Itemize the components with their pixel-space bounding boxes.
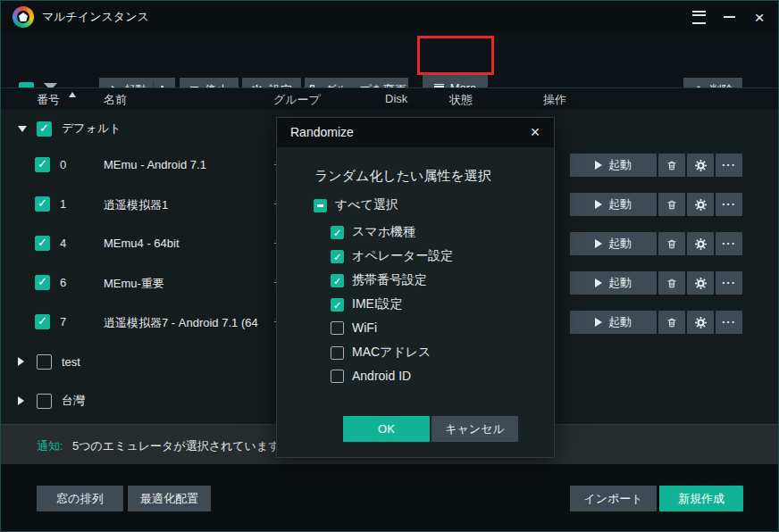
- row-start-button[interactable]: 起動: [570, 311, 657, 334]
- column-group[interactable]: グループ: [273, 92, 321, 108]
- window-menu-button[interactable]: [687, 5, 710, 29]
- row-more-button[interactable]: ···: [716, 232, 742, 255]
- row-delete-button[interactable]: [658, 271, 685, 295]
- group-taiwan-label: 台灣: [62, 393, 85, 409]
- select-all-option: すべて選択: [314, 197, 398, 213]
- row-checkbox[interactable]: [35, 196, 50, 212]
- row-settings-button[interactable]: [687, 193, 714, 216]
- notification-prefix: 通知:: [37, 438, 63, 454]
- row-checkbox[interactable]: [35, 157, 50, 172]
- option-mac-address: MACアドレス: [331, 345, 431, 361]
- row-start-label: 起動: [608, 314, 632, 330]
- row-start-button[interactable]: 起動: [570, 193, 657, 216]
- row-name: MEmu4 - 64bit: [104, 237, 180, 250]
- dialog-heading: ランダム化したい属性を選択: [314, 168, 491, 185]
- row-more-button[interactable]: ···: [716, 154, 742, 177]
- row-checkbox[interactable]: [35, 314, 50, 329]
- collapse-expander-icon[interactable]: [18, 126, 27, 132]
- play-icon: [595, 278, 602, 287]
- row-settings-button[interactable]: [687, 232, 714, 255]
- option-checkbox[interactable]: [331, 250, 344, 263]
- expand-expander-icon[interactable]: [18, 357, 24, 366]
- cancel-button[interactable]: キャンセル: [431, 416, 518, 442]
- row-more-button[interactable]: ···: [716, 193, 742, 216]
- close-icon: ×: [531, 123, 540, 142]
- row-delete-button[interactable]: [658, 311, 685, 334]
- row-checkbox[interactable]: [35, 275, 50, 290]
- row-settings-button[interactable]: [687, 271, 714, 295]
- close-button[interactable]: ×: [748, 5, 771, 29]
- group-test-checkbox[interactable]: [37, 354, 52, 370]
- optimize-layout-button[interactable]: 最適化配置: [128, 486, 211, 511]
- row-settings-button[interactable]: [687, 311, 714, 334]
- app-logo-icon: [13, 6, 34, 28]
- row-start-button[interactable]: 起動: [570, 271, 657, 295]
- option-checkbox[interactable]: [331, 298, 344, 312]
- option-checkbox[interactable]: [331, 226, 344, 239]
- trash-icon: [666, 278, 677, 289]
- expand-expander-icon[interactable]: [18, 396, 24, 405]
- option-checkbox[interactable]: [331, 370, 344, 383]
- hamburger-menu-icon: [692, 11, 706, 24]
- column-disk[interactable]: Disk: [385, 92, 407, 105]
- option-checkbox[interactable]: [331, 274, 344, 287]
- ellipsis-icon: ···: [722, 278, 736, 287]
- title-bar: マルチインスタンス ×: [1, 1, 778, 33]
- select-all-checkbox[interactable]: [314, 199, 327, 212]
- row-name: 逍遥模拟器7 - Android 7.1 (64: [104, 315, 258, 331]
- gear-icon: [695, 278, 707, 289]
- sort-ascending-icon[interactable]: [69, 92, 76, 97]
- table-header: 番号 名前 グループ Disk 状態 操作: [1, 87, 778, 112]
- ellipsis-icon: ···: [722, 239, 736, 248]
- row-number: 7: [60, 315, 66, 328]
- option-label: WiFi: [352, 320, 377, 335]
- import-button[interactable]: インポート: [570, 486, 657, 511]
- row-delete-button[interactable]: [658, 193, 685, 216]
- group-default-checkbox[interactable]: [37, 121, 52, 137]
- toolbar: 起動 停止 設定 グループを変更 More 削除: [1, 33, 778, 87]
- group-taiwan-checkbox[interactable]: [37, 394, 52, 409]
- row-actions: 起動 ···: [570, 232, 742, 255]
- row-settings-button[interactable]: [687, 154, 714, 177]
- ok-button[interactable]: OK: [343, 416, 430, 442]
- trash-icon: [666, 199, 677, 211]
- option-label: オペレーター設定: [352, 248, 453, 264]
- option-label: 携帯番号設定: [352, 272, 427, 288]
- row-delete-button[interactable]: [658, 154, 685, 177]
- option-imei: IMEI設定: [331, 296, 403, 312]
- randomize-dialog: Randomize × ランダム化したい属性を選択 すべて選択 スマホ機種 オペ…: [276, 117, 555, 458]
- close-icon: ×: [754, 9, 764, 26]
- play-icon: [595, 239, 602, 248]
- row-more-button[interactable]: ···: [716, 271, 742, 295]
- play-icon: [595, 318, 602, 327]
- option-checkbox[interactable]: [331, 321, 344, 335]
- optimize-layout-label: 最適化配置: [140, 491, 198, 507]
- ellipsis-icon: ···: [722, 200, 736, 209]
- option-label: IMEI設定: [352, 296, 403, 312]
- row-delete-button[interactable]: [658, 232, 685, 255]
- column-name[interactable]: 名前: [104, 92, 127, 108]
- option-label: MACアドレス: [352, 345, 431, 361]
- gear-icon: [695, 238, 707, 250]
- minimize-button[interactable]: [717, 5, 741, 29]
- notification-message: 5つのエミュレータが選択されています: [72, 438, 281, 454]
- row-number: 4: [60, 237, 66, 250]
- row-number: 0: [60, 158, 66, 171]
- ellipsis-icon: ···: [722, 318, 736, 327]
- column-operations[interactable]: 操作: [543, 92, 566, 108]
- create-new-button[interactable]: 新規作成: [659, 486, 743, 511]
- column-status[interactable]: 状態: [449, 92, 473, 108]
- row-start-button[interactable]: 起動: [570, 232, 657, 255]
- row-start-button[interactable]: 起動: [570, 154, 657, 177]
- option-checkbox[interactable]: [331, 346, 344, 360]
- row-checkbox[interactable]: [35, 236, 50, 251]
- dialog-title-bar: Randomize ×: [277, 118, 554, 147]
- row-start-label: 起動: [608, 157, 632, 173]
- minimize-icon: [724, 16, 735, 18]
- column-number[interactable]: 番号: [37, 92, 60, 108]
- dialog-close-button[interactable]: ×: [524, 121, 547, 144]
- row-more-button[interactable]: ···: [716, 311, 742, 334]
- row-actions: 起動 ···: [570, 311, 742, 334]
- option-phone-number: 携帯番号設定: [331, 272, 427, 288]
- arrange-windows-button[interactable]: 窓の排列: [37, 486, 123, 511]
